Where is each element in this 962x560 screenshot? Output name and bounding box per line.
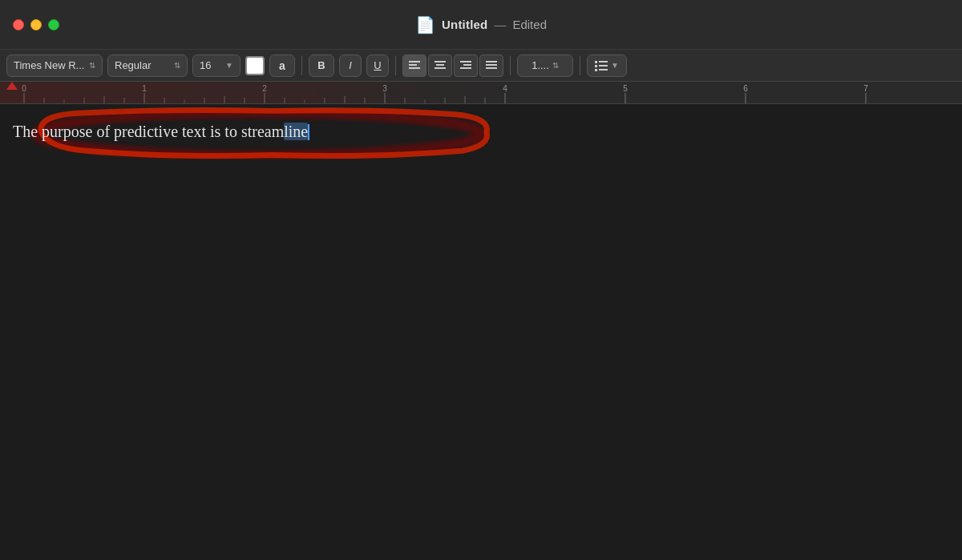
align-justify-icon xyxy=(486,61,497,71)
text-cursor xyxy=(308,124,309,140)
font-style-selector[interactable]: Regular ⇅ xyxy=(107,54,188,77)
text-color-button[interactable]: a xyxy=(269,54,295,77)
ruler: // Will be drawn below via separate elem… xyxy=(0,82,962,104)
minimize-button[interactable] xyxy=(30,19,42,30)
svg-rect-5 xyxy=(435,67,446,69)
list-button[interactable]: ▼ xyxy=(587,54,627,77)
title-bar: 📄 Untitled — Edited xyxy=(0,0,962,50)
svg-rect-10 xyxy=(486,64,497,66)
svg-rect-16 xyxy=(595,69,597,71)
toolbar-divider-1 xyxy=(301,56,302,75)
text-color-label: a xyxy=(279,59,285,72)
italic-label: I xyxy=(349,59,352,71)
font-size-selector[interactable]: 16 ▼ xyxy=(192,54,240,77)
svg-rect-7 xyxy=(463,64,471,66)
svg-text:7: 7 xyxy=(863,84,868,93)
svg-rect-11 xyxy=(486,67,497,69)
list-chevron: ▼ xyxy=(611,61,619,70)
ruler-svg: // Will be drawn below via separate elem… xyxy=(0,82,962,104)
svg-rect-12 xyxy=(595,61,597,63)
line-spacing-label: 1.... xyxy=(532,59,549,71)
font-style-label: Regular xyxy=(115,59,152,71)
spacing-chevron: ⇅ xyxy=(552,61,559,70)
toolbar-divider-3 xyxy=(510,56,511,75)
svg-rect-6 xyxy=(460,61,471,62)
svg-rect-9 xyxy=(486,61,497,62)
document-title: Untitled xyxy=(442,18,487,31)
toolbar-divider-4 xyxy=(580,56,580,75)
underline-label: U xyxy=(374,59,381,71)
svg-rect-14 xyxy=(595,65,597,67)
list-icon xyxy=(595,60,608,71)
svg-rect-8 xyxy=(460,67,471,69)
font-size-label: 16 xyxy=(200,59,211,71)
toolbar: Times New R... ⇅ Regular ⇅ 16 ▼ a B I U xyxy=(0,50,962,82)
traffic-lights xyxy=(13,19,59,30)
underline-button[interactable]: U xyxy=(366,54,389,77)
svg-rect-15 xyxy=(599,65,608,66)
text-before-highlight: The purpose of predictive text is to str… xyxy=(13,123,284,140)
title-separator: — xyxy=(494,18,506,31)
close-button[interactable] xyxy=(13,19,24,30)
bold-button[interactable]: B xyxy=(309,54,334,77)
line-spacing-button[interactable]: 1.... ⇅ xyxy=(517,54,573,77)
align-left-icon xyxy=(409,61,420,71)
svg-rect-3 xyxy=(435,61,446,62)
svg-rect-17 xyxy=(599,69,608,71)
editor-area[interactable]: The purpose of predictive text is to str… xyxy=(0,104,962,560)
font-family-label: Times New R... xyxy=(14,59,84,71)
document-status: Edited xyxy=(512,18,547,31)
maximize-button[interactable] xyxy=(48,19,59,30)
align-center-button[interactable] xyxy=(428,54,452,77)
svg-rect-1 xyxy=(409,64,417,66)
svg-rect-13 xyxy=(599,61,608,62)
toolbar-divider-2 xyxy=(395,56,396,75)
svg-rect-4 xyxy=(436,64,444,66)
title-area: 📄 Untitled — Edited xyxy=(415,15,547,34)
italic-button[interactable]: I xyxy=(339,54,362,77)
align-right-icon xyxy=(460,61,471,71)
highlighted-text: line xyxy=(284,123,308,140)
svg-rect-0 xyxy=(409,61,420,62)
color-swatch[interactable] xyxy=(245,56,265,75)
svg-text:6: 6 xyxy=(743,84,748,93)
document-icon: 📄 xyxy=(415,15,435,34)
font-family-selector[interactable]: Times New R... ⇅ xyxy=(6,54,103,77)
svg-rect-56 xyxy=(0,82,561,104)
alignment-group xyxy=(402,54,503,77)
font-family-chevron: ⇅ xyxy=(89,61,95,70)
bold-label: B xyxy=(317,59,325,71)
align-right-button[interactable] xyxy=(454,54,478,77)
font-size-chevron: ▼ xyxy=(225,61,233,70)
align-justify-button[interactable] xyxy=(479,54,503,77)
editor-content[interactable]: The purpose of predictive text is to str… xyxy=(13,120,949,143)
svg-rect-2 xyxy=(409,67,420,69)
svg-text:5: 5 xyxy=(623,84,628,93)
align-left-button[interactable] xyxy=(402,54,426,77)
font-style-chevron: ⇅ xyxy=(174,61,180,70)
align-center-icon xyxy=(435,61,446,71)
editor-text: The purpose of predictive text is to str… xyxy=(13,123,309,140)
